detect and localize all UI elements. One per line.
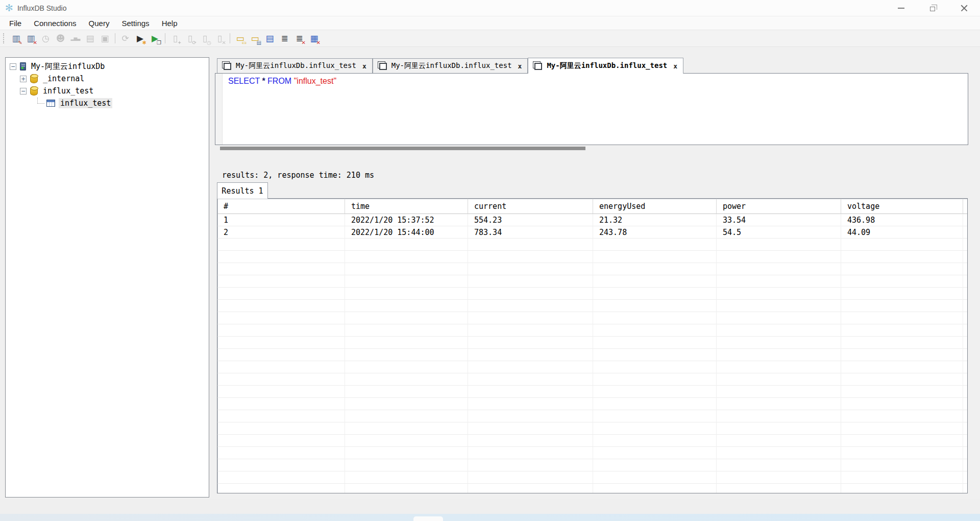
results-summary: results: 2, response time: 210 ms — [222, 171, 374, 180]
table-cell: 33.54 — [717, 214, 841, 226]
table-cell — [468, 422, 593, 435]
table-cell: 21.32 — [593, 214, 717, 226]
database-icon — [30, 74, 38, 83]
restore-down-button[interactable] — [917, 0, 948, 16]
stopwatch-button: ◷ — [39, 32, 53, 45]
editor-results-splitter[interactable] — [215, 152, 968, 166]
table-cell — [963, 288, 968, 300]
table-cell — [468, 398, 593, 410]
table-cell — [717, 373, 841, 386]
close-tab-icon[interactable]: x — [517, 62, 523, 70]
close-all-results-button[interactable]: ▦✕ — [307, 32, 321, 45]
menu-settings[interactable]: Settings — [115, 18, 155, 29]
table-cell — [468, 484, 593, 493]
table-cell — [963, 471, 968, 484]
column-header-row-number[interactable]: # — [217, 199, 345, 214]
query-tab-3[interactable]: My-阿里云influxDb.influx_testx — [528, 58, 683, 74]
main-area: −My-阿里云influxDb+_internal−influx_testinf… — [0, 47, 980, 499]
table-row-empty — [217, 447, 967, 459]
editor-hscrollbar[interactable] — [215, 145, 968, 152]
table-cell: 44.09 — [841, 226, 963, 239]
minimize-button[interactable] — [885, 0, 917, 16]
menu-query[interactable]: Query — [83, 18, 116, 29]
query-editor-view-button[interactable]: ▤ — [263, 32, 277, 45]
table-grid-icon — [46, 100, 55, 107]
query-tab-1[interactable]: My-阿里云influxDb.influx_testx — [217, 58, 373, 73]
table-cell — [345, 288, 468, 300]
refresh-icon: ⟳ — [121, 34, 129, 43]
table-cell — [963, 275, 968, 288]
table-row-2[interactable]: 22022/1/20 15:44:00783.34243.7854.544.09 — [217, 226, 967, 239]
tree-item-connection-root[interactable]: −My-阿里云influxDb — [6, 60, 209, 73]
table-cell — [717, 300, 841, 312]
table-cell — [963, 312, 968, 324]
window-title: InfluxDB Studio — [17, 4, 67, 12]
tree-item-influx-test-measurement[interactable]: influx_test — [6, 97, 209, 109]
table-cell — [345, 312, 468, 324]
editor-hscrollbar-thumb[interactable] — [220, 147, 585, 150]
table-cell — [593, 459, 717, 471]
link-nodes-button[interactable]: ▭▭ — [233, 32, 247, 45]
table-cell — [345, 422, 468, 435]
close-results-button[interactable]: ≣✕ — [292, 32, 306, 45]
title-bar: ✻ InfluxDB Studio — [0, 0, 980, 16]
table-cell — [593, 288, 717, 300]
panel-splitter[interactable] — [209, 57, 215, 498]
delete-connection-button[interactable]: ▥✕ — [24, 32, 38, 45]
table-row-empty — [217, 398, 967, 410]
table-cell — [593, 312, 717, 324]
results-list-view-button[interactable]: ≣ — [278, 32, 291, 45]
results-tab-1[interactable]: Results 1 — [217, 182, 268, 199]
table-cell — [468, 410, 593, 422]
table-cell — [593, 324, 717, 337]
users-button: ☻ — [54, 32, 67, 45]
menu-file[interactable]: File — [3, 18, 28, 29]
run-query-icon — [533, 62, 543, 70]
column-header-voltage[interactable]: voltage — [841, 199, 963, 214]
edit-connection-button[interactable]: ▥✎ — [9, 32, 23, 45]
taskbar-button[interactable] — [413, 516, 443, 521]
table-row-1[interactable]: 12022/1/20 15:37:52554.2321.3233.54436.9… — [217, 214, 967, 226]
column-header-energy-used[interactable]: energyUsed — [593, 199, 717, 214]
tree-expander-icon[interactable]: + — [20, 76, 27, 82]
table-cell — [841, 312, 963, 324]
close-button[interactable] — [948, 0, 980, 16]
table-cell — [841, 349, 963, 361]
table-cell — [717, 312, 841, 324]
run-step-button[interactable]: ▶✱ — [133, 32, 147, 45]
tab-label: My-阿里云influxDb.influx_test — [391, 61, 512, 70]
table-cell — [217, 251, 345, 263]
close-tab-icon[interactable]: x — [672, 62, 678, 70]
query-editor[interactable]: SELECT * FROM "influx_test" — [215, 73, 968, 145]
table-cell — [841, 410, 963, 422]
column-header-power[interactable]: power — [717, 199, 841, 214]
table-cell — [963, 447, 968, 459]
table-cell — [841, 324, 963, 337]
menu-connections[interactable]: Connections — [28, 18, 82, 29]
table-cell: 54.5 — [717, 226, 841, 239]
column-header-current[interactable]: current — [468, 199, 593, 214]
tree-item-influx-test-db[interactable]: −influx_test — [6, 85, 209, 97]
table-cell — [963, 422, 968, 435]
table-row-empty — [217, 337, 967, 349]
link-export-button[interactable]: ▭▤ — [248, 32, 262, 45]
table-cell — [841, 471, 963, 484]
close-tab-icon[interactable]: x — [361, 62, 368, 70]
run-query-button[interactable]: ▶❐ — [148, 32, 162, 45]
toolbar-grip[interactable] — [3, 33, 6, 43]
query-tab-2[interactable]: My-阿里云influxDb.influx_testx — [373, 58, 528, 73]
column-header-time[interactable]: time — [345, 199, 468, 214]
refresh-button: ⟳ — [118, 32, 132, 45]
tree-expander-icon[interactable]: − — [10, 63, 16, 70]
table-cell — [468, 300, 593, 312]
table-cell — [345, 361, 468, 373]
table-cell — [468, 471, 593, 484]
table-cell — [963, 361, 968, 373]
table-cell — [717, 288, 841, 300]
table-cell — [345, 349, 468, 361]
table-cell — [841, 251, 963, 263]
table-row-empty — [217, 349, 967, 361]
tree-item-internal-db[interactable]: +_internal — [6, 73, 209, 85]
menu-help[interactable]: Help — [156, 18, 184, 29]
tree-expander-icon[interactable]: − — [20, 88, 27, 94]
